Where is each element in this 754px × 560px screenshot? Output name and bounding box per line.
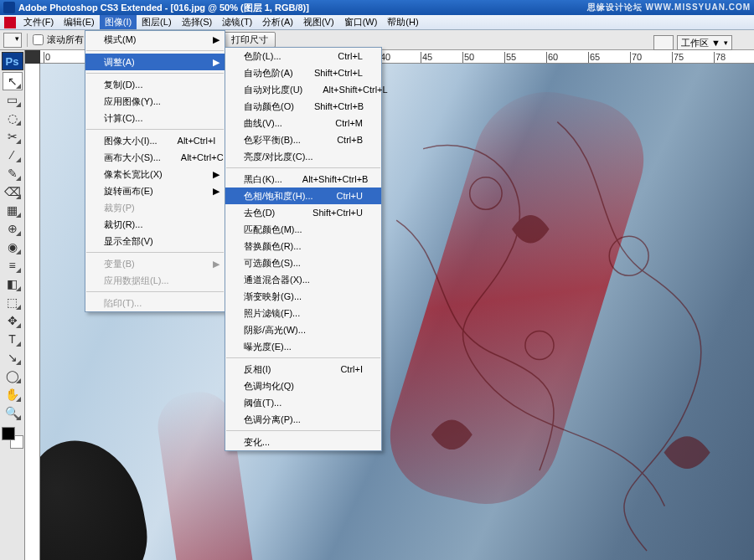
menu-item[interactable]: 变化...	[225, 434, 381, 450]
menu-选择[interactable]: 选择(S)	[177, 15, 218, 29]
menu-图像[interactable]: 图像(I)	[100, 15, 137, 29]
menu-item[interactable]: 黑白(K)...Alt+Shift+Ctrl+B	[225, 171, 381, 188]
menu-item-label: 替换颜色(R)...	[244, 240, 301, 253]
vertical-ruler[interactable]	[25, 64, 40, 560]
menu-item-label: 色调均化(Q)	[244, 380, 294, 393]
menu-item[interactable]: 阴影/高光(W)...	[225, 321, 381, 338]
menu-shortcut: Ctrl+I	[320, 364, 363, 374]
menu-item[interactable]: 自动颜色(O)Shift+Ctrl+B	[225, 98, 381, 115]
menu-item[interactable]: 色调分离(P)...	[225, 411, 381, 428]
tool-2[interactable]: ◌	[3, 109, 23, 127]
menu-item[interactable]: 模式(M)▶	[85, 31, 225, 48]
print-size-button[interactable]: 打印尺寸	[224, 32, 276, 48]
menu-item-label: 计算(C)...	[104, 112, 142, 125]
menu-视图[interactable]: 视图(V)	[298, 15, 339, 29]
menu-item[interactable]: 可选颜色(S)...	[225, 254, 381, 271]
menu-编辑[interactable]: 编辑(E)	[59, 15, 100, 29]
menu-item[interactable]: 色调均化(Q)	[225, 378, 381, 394]
ps-badge-icon[interactable]: Ps	[2, 52, 23, 70]
menu-separator	[86, 50, 224, 51]
menu-item[interactable]: 显示全部(V)	[85, 233, 225, 249]
tool-1[interactable]: ▭	[3, 90, 23, 109]
tool-8[interactable]: ⊕	[3, 219, 23, 238]
menu-separator	[226, 357, 380, 358]
menu-item[interactable]: 曲线(V)...Ctrl+M	[225, 115, 381, 131]
menu-item[interactable]: 图像大小(I)...Alt+Ctrl+I	[85, 132, 225, 149]
menu-item-label: 曲线(V)...	[244, 117, 282, 130]
menu-item-label: 变化...	[244, 436, 270, 449]
tool-14[interactable]: T	[3, 330, 23, 348]
tool-6[interactable]: ⌫	[3, 182, 23, 201]
menu-item[interactable]: 匹配颜色(M)...	[225, 221, 381, 238]
tool-16[interactable]: ◯	[3, 367, 23, 385]
tool-17[interactable]: ✋	[3, 385, 23, 403]
menu-帮助[interactable]: 帮助(H)	[382, 15, 423, 29]
menu-item[interactable]: 复制(D)...	[85, 76, 225, 93]
tool-5[interactable]: ✎	[3, 164, 23, 182]
tool-4[interactable]: ∕	[3, 146, 23, 164]
menu-滤镜[interactable]: 滤镜(T)	[217, 15, 257, 29]
scroll-all-checkbox[interactable]	[33, 34, 44, 45]
menu-item[interactable]: 亮度/对比度(C)...	[225, 148, 381, 165]
menu-item-label: 画布大小(S)...	[104, 152, 161, 164]
menu-item[interactable]: 自动对比度(U)Alt+Shift+Ctrl+L	[225, 81, 381, 98]
menu-item[interactable]: 反相(I)Ctrl+I	[225, 361, 381, 378]
menu-item[interactable]: 计算(C)...	[85, 110, 225, 126]
tool-18[interactable]: 🔍	[3, 403, 23, 422]
menu-item[interactable]: 渐变映射(G)...	[225, 288, 381, 305]
menu-item[interactable]: 色彩平衡(B)...Ctrl+B	[225, 131, 381, 148]
menu-分析[interactable]: 分析(A)	[257, 15, 298, 29]
canvas-artwork	[361, 113, 754, 560]
menu-item-label: 旋转画布(E)	[104, 185, 153, 198]
menu-item[interactable]: 替换颜色(R)...	[225, 238, 381, 254]
menu-item[interactable]: 曝光度(E)...	[225, 338, 381, 355]
go-to-bridge-button[interactable]	[653, 35, 674, 50]
menu-item-label: 亮度/对比度(C)...	[244, 151, 313, 163]
menu-item-label: 自动对比度(U)	[244, 84, 302, 96]
menu-item[interactable]: 像素长宽比(X)▶	[85, 166, 225, 182]
menu-item[interactable]: 应用图像(Y)...	[85, 93, 225, 110]
menu-item[interactable]: 色相/饱和度(H)...Ctrl+U	[225, 188, 381, 204]
menu-shortcut: Ctrl+U	[317, 191, 363, 201]
tool-15[interactable]: ↘	[3, 348, 23, 367]
menu-item[interactable]: 通道混合器(X)...	[225, 271, 381, 288]
menu-item[interactable]: 旋转画布(E)▶	[85, 182, 225, 199]
menu-item[interactable]: 去色(D)Shift+Ctrl+U	[225, 204, 381, 221]
menu-item-label: 自动颜色(O)	[244, 100, 294, 113]
foreground-swatch[interactable]	[2, 427, 15, 440]
menu-图层[interactable]: 图层(L)	[137, 15, 176, 29]
menu-item-label: 变量(B)	[104, 258, 135, 270]
menu-item[interactable]: 色阶(L)...Ctrl+L	[225, 48, 381, 64]
tool-12[interactable]: ⬚	[3, 293, 23, 311]
color-swatches	[2, 427, 23, 449]
submenu-arrow-icon: ▶	[213, 57, 219, 68]
menu-窗口[interactable]: 窗口(W)	[339, 15, 383, 29]
watermark: 思缘设计论坛 WWW.MISSYUAN.COM	[587, 2, 751, 13]
tool-7[interactable]: ▦	[3, 201, 23, 219]
menu-item-label: 裁剪(P)	[104, 202, 135, 214]
tool-11[interactable]: ◧	[3, 275, 23, 293]
menu-item-label: 阴影/高光(W)...	[244, 324, 306, 337]
tool-preset-dropdown[interactable]	[3, 33, 22, 48]
menu-item[interactable]: 阈值(T)...	[225, 394, 381, 411]
menu-item[interactable]: 画布大小(S)...Alt+Ctrl+C	[85, 149, 225, 166]
menu-shortcut: Ctrl+L	[318, 51, 363, 61]
menu-item-label: 复制(D)...	[104, 79, 142, 91]
tool-13[interactable]: ✥	[3, 311, 23, 330]
tool-10[interactable]: ≡	[3, 256, 23, 275]
menu-item-label: 可选颜色(S)...	[244, 257, 301, 270]
tool-3[interactable]: ✂	[3, 127, 23, 146]
menu-shortcut: Alt+Shift+Ctrl+L	[302, 85, 387, 95]
menu-item-label: 曝光度(E)...	[244, 341, 292, 353]
menu-separator	[226, 167, 380, 168]
separator	[27, 33, 28, 47]
tool-9[interactable]: ◉	[3, 238, 23, 256]
menu-item[interactable]: 照片滤镜(F)...	[225, 305, 381, 321]
workspace-dropdown[interactable]: 工作区 ▼	[677, 35, 732, 50]
menu-item[interactable]: 裁切(R)...	[85, 216, 225, 233]
tool-0[interactable]: ↖	[3, 72, 23, 90]
menu-item[interactable]: 调整(A)▶	[85, 54, 225, 70]
ruler-tick: 75	[672, 52, 684, 64]
menu-文件[interactable]: 文件(F)	[18, 15, 59, 29]
menu-item[interactable]: 自动色阶(A)Shift+Ctrl+L	[225, 64, 381, 81]
